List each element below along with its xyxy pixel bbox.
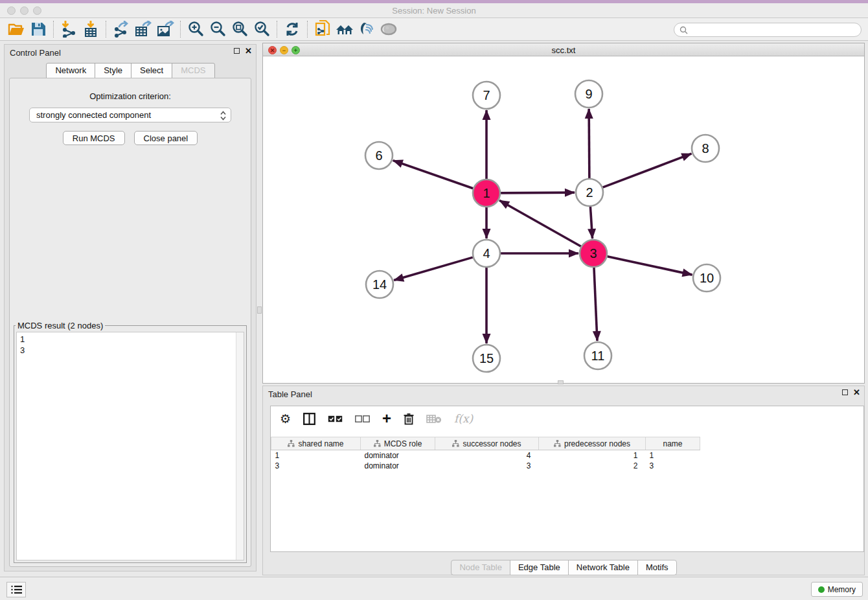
table-cell[interactable]: dominator: [361, 450, 435, 461]
mcds-result-title: MCDS result (2 nodes): [16, 321, 105, 330]
export-network-button[interactable]: [110, 19, 132, 39]
export-image-button[interactable]: [154, 19, 176, 39]
table-row[interactable]: 1dominator411: [271, 450, 700, 461]
graph-node-3[interactable]: 3: [580, 240, 607, 267]
table-cell[interactable]: 1: [646, 450, 700, 461]
export-table-button[interactable]: [132, 19, 154, 39]
mcds-result-text: 1 3: [20, 334, 25, 356]
refresh-layout-icon: [284, 21, 301, 38]
style-paint-icon: [358, 21, 376, 37]
refresh-layout-button[interactable]: [281, 19, 303, 39]
edge-3-1[interactable]: [499, 200, 581, 246]
delete-column-icon: [404, 413, 414, 425]
edge-4-14[interactable]: [394, 257, 473, 280]
float-panel-icon[interactable]: [842, 389, 848, 395]
memory-button[interactable]: Memory: [811, 582, 863, 597]
hierarchy-icon: [554, 440, 561, 447]
home-icon: [335, 21, 354, 37]
window-titlebar: Session: New Session: [0, 3, 868, 18]
vertical-splitter-handle[interactable]: [257, 306, 262, 314]
close-panel-icon[interactable]: ✕: [853, 389, 860, 396]
edge-3-11[interactable]: [594, 268, 597, 341]
search-input[interactable]: [691, 25, 856, 34]
table-cell[interactable]: 1: [539, 450, 646, 461]
float-panel-icon[interactable]: [234, 48, 240, 54]
table-cell[interactable]: 3: [435, 461, 539, 471]
table-cell[interactable]: 2: [539, 461, 646, 471]
task-history-button[interactable]: [6, 582, 26, 597]
style-paint-button[interactable]: [356, 19, 378, 39]
tab-edge-table[interactable]: Edge Table: [510, 560, 569, 575]
column-header-shared-name[interactable]: shared name: [271, 437, 361, 450]
tab-network-table[interactable]: Network Table: [568, 560, 638, 575]
column-label: name: [663, 439, 682, 448]
tab-select[interactable]: Select: [131, 63, 172, 78]
column-header-name[interactable]: name: [646, 437, 700, 450]
graph-node-8[interactable]: 8: [692, 135, 719, 162]
run-mcds-button[interactable]: Run MCDS: [63, 131, 125, 145]
tab-mcds[interactable]: MCDS: [172, 63, 214, 78]
graph-node-14[interactable]: 14: [366, 271, 393, 298]
graph-node-4[interactable]: 4: [473, 240, 500, 267]
toolbar-separator: [53, 21, 54, 38]
close-panel-icon[interactable]: ✕: [245, 47, 252, 54]
table-cell[interactable]: 1: [271, 450, 361, 461]
horizontal-splitter-handle[interactable]: [558, 380, 564, 384]
svg-text:9: 9: [585, 87, 592, 101]
edge-1-6[interactable]: [393, 161, 474, 189]
edge-2-9[interactable]: [589, 109, 589, 178]
mcds-result-area[interactable]: 1 3: [16, 332, 244, 560]
tab-style[interactable]: Style: [95, 63, 131, 78]
save-session-button[interactable]: [27, 19, 49, 39]
graph-node-15[interactable]: 15: [473, 345, 500, 372]
delete-table-button[interactable]: [426, 414, 442, 424]
table-row[interactable]: 3dominator323: [271, 461, 700, 471]
graph-node-2[interactable]: 2: [576, 179, 603, 206]
network-canvas[interactable]: 7968124314101511: [263, 56, 864, 383]
deselect-all-button[interactable]: [355, 415, 370, 422]
list-icon: [11, 585, 22, 594]
edge-2-8[interactable]: [603, 154, 692, 187]
column-layout-button[interactable]: [303, 413, 315, 425]
graph-node-6[interactable]: 6: [365, 142, 393, 169]
zoom-selected-button[interactable]: [251, 19, 273, 39]
import-table-button[interactable]: [80, 19, 102, 39]
function-builder-button[interactable]: f(x): [454, 412, 473, 425]
graph-node-11[interactable]: 11: [584, 342, 611, 369]
table-cell[interactable]: 4: [435, 450, 539, 461]
edge-3-10[interactable]: [607, 257, 692, 275]
clone-network-button[interactable]: [312, 19, 334, 39]
open-file-button[interactable]: [5, 19, 27, 39]
graph-node-9[interactable]: 9: [575, 80, 602, 108]
graph-node-7[interactable]: 7: [473, 82, 500, 109]
svg-text:8: 8: [702, 141, 709, 156]
table-cell[interactable]: 3: [271, 461, 361, 471]
table-cell[interactable]: dominator: [361, 461, 435, 471]
home-button[interactable]: [334, 19, 356, 39]
graph-node-1[interactable]: 1: [473, 179, 500, 207]
result-scrollbar[interactable]: [236, 332, 244, 560]
zoom-out-button[interactable]: [207, 19, 229, 39]
edge-2-3[interactable]: [590, 207, 592, 238]
edge-1-2[interactable]: [501, 192, 575, 193]
optimization-select[interactable]: strongly connected component: [29, 108, 231, 122]
select-all-button[interactable]: [328, 415, 343, 422]
show-hide-button[interactable]: [378, 19, 400, 39]
settings-gear-button[interactable]: ⚙: [280, 411, 291, 426]
open-file-icon: [8, 21, 25, 37]
column-header-MCDS-role[interactable]: MCDS role: [361, 437, 435, 450]
close-panel-button[interactable]: Close panel: [134, 131, 198, 145]
graph-node-10[interactable]: 10: [693, 264, 720, 292]
control-panel-tabs: NetworkStyleSelectMCDS: [5, 63, 256, 78]
zoom-fit-button[interactable]: [229, 19, 251, 39]
delete-column-button[interactable]: [404, 413, 414, 425]
column-header-successor-nodes[interactable]: successor nodes: [435, 437, 539, 450]
tab-motifs[interactable]: Motifs: [637, 560, 677, 575]
tab-network[interactable]: Network: [46, 63, 95, 78]
tab-node-table[interactable]: Node Table: [451, 560, 510, 575]
zoom-in-button[interactable]: [185, 19, 207, 39]
add-column-button[interactable]: +: [382, 412, 391, 425]
table-cell[interactable]: 3: [646, 461, 700, 471]
column-header-predecessor-nodes[interactable]: predecessor nodes: [539, 437, 646, 450]
import-network-button[interactable]: [58, 19, 80, 39]
